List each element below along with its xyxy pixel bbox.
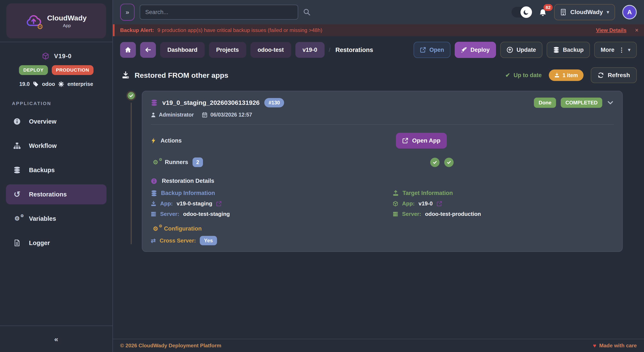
breadcrumb-projects[interactable]: Projects [209,42,246,58]
external-link-icon[interactable] [216,201,222,206]
main-area: » 82 [113,0,644,352]
gear-icon: ⚙ [37,23,43,30]
search-input[interactable] [140,5,298,20]
sidebar-expand-button[interactable]: » [120,4,134,21]
external-link-icon[interactable] [436,201,442,206]
more-label: More [600,47,614,53]
collapse-right-icon: » [126,9,129,16]
sidebar-item-label: Logger [29,239,50,246]
restoration-title: v19_0_staging_20260306131926 [162,99,260,106]
open-button[interactable]: Open [414,42,450,58]
rocket-icon [461,47,467,53]
deploy-label: Deploy [470,47,490,53]
chevron-down-icon: ▾ [628,47,630,53]
runner-success-icon[interactable] [430,158,440,167]
backup-button[interactable]: Backup [547,42,590,58]
open-label: Open [429,47,444,53]
sidebar-item-label: Workflow [29,142,57,149]
notifications-button[interactable]: 82 [539,8,547,17]
restoration-id-badge: #130 [264,98,284,107]
breadcrumb: Dashboard Projects odoo-test v19-0 / Res… [113,36,644,62]
close-icon[interactable]: × [635,27,638,33]
search-icon[interactable] [303,9,310,16]
building-icon [560,9,566,16]
backup-label: Backup [563,47,584,53]
server-label: Server: [160,211,179,217]
app-version: V19-0 [54,53,72,60]
notification-count-badge: 82 [544,4,553,11]
more-button[interactable]: More ⋮ ▾ [594,42,637,58]
cogs-icon: ⚙⚙ [12,216,22,222]
database-icon [151,190,157,196]
info-icon [151,178,157,184]
target-server-value: odoo-test-production [425,211,481,217]
target-information-group: Target Information App: v19-0 [393,190,614,217]
cloud-gear-logo-icon: ⚙ [26,15,41,27]
release-version: 19.0 [20,81,30,87]
breadcrumb-project[interactable]: odoo-test [250,42,291,58]
timeline [126,91,137,252]
app-logo[interactable]: ⚙ CloudWady App [6,4,106,38]
view-details-link[interactable]: View Details [596,27,626,33]
sidebar-item-backups[interactable]: Backups [6,160,106,180]
user-icon [151,112,156,118]
arrow-circle-up-icon [507,47,513,53]
sidebar-item-logger[interactable]: Logger [6,233,106,253]
deploy-button[interactable]: Deploy [455,42,496,58]
chevron-down-icon[interactable] [607,99,614,106]
refresh-button[interactable]: Refresh [591,67,637,83]
configuration-group: ⚙⚙ Configuration ⇄ Cross Server: Yes [151,225,614,245]
organization-menu-button[interactable]: CloudWady ▾ [554,4,615,20]
target-app-value: v19-0 [418,200,433,207]
download-icon [554,73,560,78]
server-icon [151,211,156,217]
update-button[interactable]: Update [500,42,542,58]
avatar[interactable]: A [622,5,637,20]
footer: © 2026 CloudWady Deployment Platform ♥ M… [113,339,644,352]
breadcrumb-separator: / [329,47,330,53]
dark-mode-toggle[interactable] [512,7,532,18]
sidebar-item-restorations[interactable]: ↺ Restorations [6,184,106,204]
cogs-icon: ⚙⚙ [151,159,160,165]
database-icon [12,166,22,174]
sidebar-item-overview[interactable]: Overview [6,111,106,131]
sidebar-collapse-button[interactable]: « [0,325,112,352]
backup-info-title: Backup Information [161,190,215,196]
made-with-care-text: Made with care [599,343,637,348]
chevron-down-icon: ▾ [607,9,609,15]
database-icon [553,47,560,53]
history-icon: ↺ [12,190,22,198]
breadcrumb-dashboard[interactable]: Dashboard [160,42,205,58]
cube-icon [393,201,398,206]
cross-server-value-badge: Yes [200,236,217,245]
restoration-list: v19_0_staging_20260306131926 #130 Done C… [113,90,644,252]
back-button[interactable] [140,42,156,58]
home-button[interactable] [120,42,136,58]
tag-label: odoo [42,81,55,87]
collapse-left-icon: « [54,335,58,343]
backup-information-group: Backup Information App: v19-0-staging [151,190,393,217]
up-to-date-status: ✔ Up to date [505,72,542,79]
arrow-left-icon [144,47,152,53]
server-icon [393,211,398,217]
runners-label: Runners [165,159,188,166]
runners-row: ⚙⚙ Runners 2 [151,157,614,167]
cogs-icon: ⚙⚙ [151,226,160,232]
cube-icon [41,53,50,60]
restorations-section-header: Restored FROM other apps ✔ Up to date 1 … [113,62,644,90]
sidebar-item-variables[interactable]: ⚙⚙ Variables [6,209,106,229]
restoration-datetime: 06/03/2026 12:57 [210,112,252,118]
organization-name: CloudWady [570,9,603,16]
open-app-button[interactable]: Open App [396,133,447,149]
app-action-buttons: Open Deploy Update [414,42,637,58]
copyright-text: © 2026 CloudWady Deployment Platform [120,343,221,348]
sidebar-item-label: Backups [29,167,55,174]
status-badge: COMPLETED [561,98,602,108]
refresh-label: Refresh [608,72,630,79]
target-info-title: Target Information [402,190,453,196]
exchange-icon: ⇄ [151,237,156,244]
breadcrumb-app[interactable]: v19-0 [296,42,324,58]
alert-label: Backup Alert: [120,27,154,33]
sidebar-item-workflow[interactable]: Workflow [6,136,106,156]
runner-success-icon[interactable] [444,158,454,167]
